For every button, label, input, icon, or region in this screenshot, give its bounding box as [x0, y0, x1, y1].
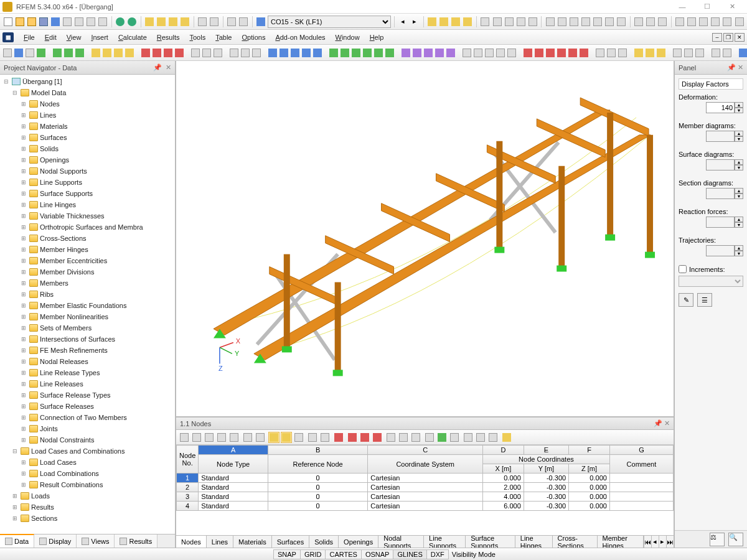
increments-checkbox[interactable] [679, 265, 687, 273]
col-letter[interactable]: D [482, 446, 524, 455]
tb-icon[interactable] [463, 432, 474, 443]
reaction-forces-input[interactable] [706, 217, 735, 228]
trajectories-input[interactable] [706, 245, 735, 256]
tb-icon[interactable] [462, 47, 472, 58]
col-letter[interactable]: B [268, 446, 367, 455]
tb-icon[interactable] [141, 47, 151, 58]
tb-icon[interactable] [359, 432, 370, 443]
panel-edit-button[interactable]: ✎ [679, 293, 693, 307]
tb-icon[interactable] [242, 432, 253, 443]
member-diagrams-input[interactable] [706, 131, 735, 142]
tb-icon[interactable] [515, 16, 526, 27]
menu-add-on-modules[interactable]: Add-on Modules [270, 32, 330, 43]
spin-down-button[interactable]: ▼ [735, 136, 743, 142]
tb-icon[interactable] [734, 16, 745, 27]
tb-icon[interactable] [484, 47, 494, 58]
tb-icon[interactable] [255, 432, 266, 443]
tb-icon[interactable] [63, 47, 73, 58]
tb-icon[interactable] [579, 47, 589, 58]
tb-icon[interactable] [190, 47, 200, 58]
table-tab-member-hinges[interactable]: Member Hinges [598, 536, 644, 548]
table-tab-solids[interactable]: Solids [309, 536, 339, 548]
tree-item-line-release-types[interactable]: ⊞Line Release Types [0, 367, 175, 378]
redo-button[interactable] [127, 16, 138, 27]
panel-foot-button[interactable]: 🔍 [728, 533, 743, 546]
table-row[interactable]: 3Standard0Cartesian4.000-0.3000.000 [177, 492, 674, 502]
tb-icon[interactable] [98, 16, 108, 27]
tree-root[interactable]: ⊟Übergang [1] [0, 76, 175, 87]
tb-icon[interactable] [410, 432, 421, 443]
tree-item-result-combinations[interactable]: ⊞Result Combinations [0, 479, 175, 490]
table-nav-button[interactable]: ⏭ [666, 536, 674, 548]
tb-icon[interactable] [227, 16, 237, 27]
tb-icon[interactable] [398, 432, 409, 443]
section-diagrams-input[interactable] [706, 188, 735, 199]
tree-item-variable-thicknesses[interactable]: ⊞Variable Thicknesses [0, 210, 175, 222]
tb-icon[interactable] [374, 47, 383, 58]
tb-icon[interactable] [102, 47, 112, 58]
tb-icon[interactable] [496, 47, 505, 58]
tb-icon[interactable] [125, 47, 134, 58]
tb-icon[interactable] [738, 47, 747, 58]
table-nav-button[interactable]: ◂ [651, 536, 659, 548]
tb-icon[interactable] [204, 432, 215, 443]
tb-icon[interactable] [675, 16, 685, 27]
pin-icon[interactable]: 📌 ✕ [654, 419, 670, 427]
tree-item-member-nonlinearities[interactable]: ⊞Member Nonlinearities [0, 311, 175, 322]
tree-item-nodal-releases[interactable]: ⊞Nodal Releases [0, 356, 175, 367]
tb-icon[interactable] [301, 47, 311, 58]
menu-calculate[interactable]: Calculate [113, 32, 152, 43]
tb-icon[interactable] [385, 432, 397, 443]
table-nav-button[interactable]: ⏮ [644, 536, 651, 548]
tree-item-intersections-of-surfaces[interactable]: ⊞Intersections of Surfaces [0, 334, 175, 345]
tb-icon[interactable] [372, 432, 383, 443]
table-tab-materials[interactable]: Materials [233, 536, 272, 548]
status-osnap[interactable]: OSNAP [361, 549, 394, 559]
tb-icon[interactable] [475, 432, 486, 443]
tb-icon[interactable] [197, 16, 208, 27]
tb-icon[interactable] [228, 432, 240, 443]
tb-icon[interactable] [62, 16, 72, 27]
table-tab-nodal-supports[interactable]: Nodal Supports [378, 536, 424, 548]
tb-icon[interactable] [36, 47, 46, 58]
menu-insert[interactable]: Insert [86, 32, 113, 43]
lock-icon[interactable] [501, 432, 512, 443]
mdi-close-button[interactable]: ✕ [735, 33, 745, 42]
tb-icon[interactable] [473, 47, 483, 58]
minimize-button[interactable]: — [670, 1, 695, 13]
tb-icon[interactable] [268, 47, 278, 58]
menu-help[interactable]: Help [365, 32, 389, 43]
tb-icon[interactable] [427, 16, 438, 27]
tb-icon[interactable] [634, 47, 644, 58]
tb-icon[interactable] [174, 47, 184, 58]
spin-up-button[interactable]: ▲ [735, 102, 743, 108]
tree-item-openings[interactable]: ⊞Openings [0, 154, 175, 166]
tb-icon[interactable] [152, 47, 162, 58]
tb-icon[interactable] [527, 16, 538, 27]
close-icon[interactable]: ✕ [166, 63, 171, 72]
table-nav-button[interactable]: ▸ [659, 536, 666, 548]
table-row[interactable]: 4Standard0Cartesian6.000-0.3000.000 [177, 502, 674, 511]
undo-button[interactable] [115, 16, 126, 27]
tree-item-lines[interactable]: ⊞Lines [0, 110, 175, 121]
tb-icon[interactable] [646, 16, 656, 27]
open-button[interactable] [14, 16, 25, 27]
menu-options[interactable]: Options [237, 32, 270, 43]
col-node-no[interactable]: Node No. [177, 446, 199, 474]
status-snap[interactable]: SNAP [273, 549, 301, 559]
tb-icon[interactable] [412, 47, 422, 58]
tb-icon[interactable] [618, 47, 627, 58]
spin-up-button[interactable]: ▲ [735, 188, 743, 194]
col-letter[interactable]: F [569, 446, 610, 455]
tb-icon[interactable] [85, 16, 96, 27]
col-letter[interactable]: E [524, 446, 568, 455]
menu-window[interactable]: Window [331, 32, 365, 43]
tree-item-solids[interactable]: ⊞Solids [0, 143, 175, 154]
tb-icon[interactable] [347, 432, 358, 443]
tree-item-loads[interactable]: ⊞Loads [0, 490, 175, 502]
tree-item-materials[interactable]: ⊞Materials [0, 121, 175, 132]
table-tab-surface-supports[interactable]: Surface Supports [466, 536, 515, 548]
tree-item-member-divisions[interactable]: ⊞Member Divisions [0, 266, 175, 278]
tb-icon[interactable] [213, 47, 223, 58]
panel-foot-button[interactable]: ⚖ [710, 533, 725, 546]
